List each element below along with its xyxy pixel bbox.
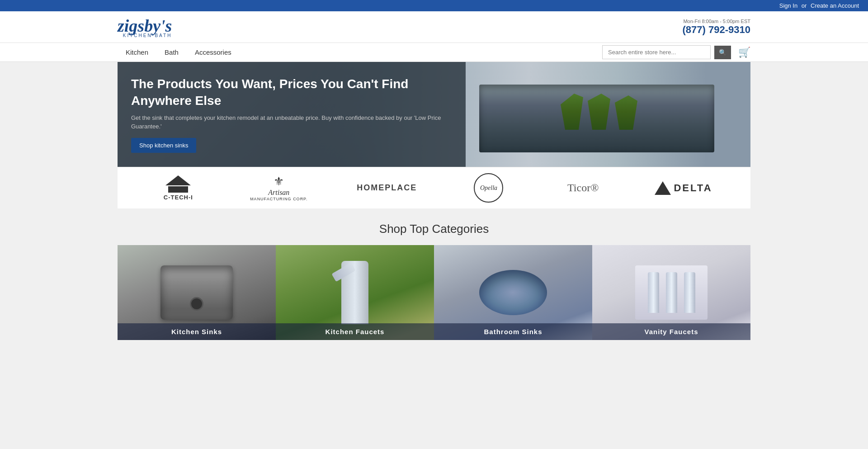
- main-nav: Kitchen Bath Accessories 🔍 🛒: [0, 43, 868, 62]
- category-grid: Kitchen Sinks Kitchen Faucets Bathroom S…: [118, 245, 750, 340]
- header: zigsby's KITCHEN·BATH Mon-Fri 8:00am - 5…: [0, 11, 868, 43]
- nav-links: Kitchen Bath Accessories: [118, 43, 240, 61]
- brand-ctechi-name: C-TECH-I: [164, 194, 193, 201]
- brand-homeplace-name: HOMEPLACE: [357, 183, 417, 193]
- kitchen-faucets-label: Kitchen Faucets: [276, 323, 434, 340]
- faucet-head-visual: [331, 263, 355, 282]
- vanity-faucet-right: [684, 272, 695, 313]
- sink-drain-visual: [190, 297, 203, 311]
- logo-sub-text: KITCHEN·BATH: [118, 33, 172, 38]
- hero-asparagus: [556, 94, 646, 130]
- top-bar: Sign In or Create an Account: [0, 0, 868, 11]
- vanity-faucets-label: Vanity Faucets: [592, 323, 750, 340]
- categories-section-title: Shop Top Categories: [118, 208, 750, 245]
- brands-bar: C-TECH-I ⚜ Artisan MANUFACTURING CORP. H…: [118, 167, 750, 208]
- category-kitchen-sinks[interactable]: Kitchen Sinks: [118, 245, 276, 340]
- phone-number: (877) 792-9310: [683, 24, 750, 36]
- delta-triangle-icon: [655, 181, 671, 195]
- brand-opella[interactable]: Opella: [466, 175, 511, 200]
- bath-sink-visual: [479, 270, 547, 315]
- artisan-fleur-icon: ⚜: [250, 175, 307, 189]
- search-input[interactable]: [602, 45, 711, 59]
- search-icon: 🔍: [719, 49, 726, 56]
- business-hours: Mon-Fri 8:00am - 5:00pm EST: [683, 19, 750, 24]
- faucet-visual: [341, 261, 368, 324]
- header-contact: Mon-Fri 8:00am - 5:00pm EST (877) 792-93…: [683, 19, 750, 36]
- search-area: 🔍 🛒: [602, 45, 750, 59]
- brand-opella-circle: Opella: [474, 173, 503, 203]
- brand-opella-name: Opella: [480, 184, 497, 192]
- brand-ticor-name: Ticor®: [567, 182, 599, 194]
- hero-sink-image: [479, 85, 714, 152]
- brand-homeplace[interactable]: HOMEPLACE: [357, 175, 417, 200]
- vanity-visual: [635, 265, 708, 320]
- category-vanity-faucets[interactable]: Vanity Faucets: [592, 245, 750, 340]
- brand-artisan-sub: MANUFACTURING CORP.: [250, 197, 307, 201]
- signin-link[interactable]: Sign In: [779, 2, 797, 9]
- brand-ticor[interactable]: Ticor®: [561, 175, 606, 200]
- vanity-faucet-left: [648, 272, 659, 313]
- main-content: Shop Top Categories Kitchen Sinks Kitche…: [0, 208, 868, 340]
- or-separator: or: [802, 2, 807, 9]
- kitchen-sinks-label: Kitchen Sinks: [118, 323, 276, 340]
- brand-artisan-name: Artisan: [268, 189, 289, 196]
- nav-item-accessories[interactable]: Accessories: [187, 43, 240, 61]
- brand-artisan[interactable]: ⚜ Artisan MANUFACTURING CORP.: [250, 175, 307, 200]
- bathroom-sinks-label: Bathroom Sinks: [434, 323, 592, 340]
- logo-main-text: zigsby's: [118, 16, 172, 35]
- nav-item-bath[interactable]: Bath: [156, 43, 187, 61]
- sink-visual: [160, 265, 233, 320]
- hero-cta-button[interactable]: Shop kitchen sinks: [131, 138, 196, 153]
- brand-ctechi[interactable]: C-TECH-I: [156, 175, 201, 200]
- nav-item-kitchen[interactable]: Kitchen: [118, 43, 156, 61]
- category-kitchen-faucets[interactable]: Kitchen Faucets: [276, 245, 434, 340]
- logo[interactable]: zigsby's KITCHEN·BATH: [118, 16, 172, 38]
- hero-title: The Products You Want, Prices You Can't …: [131, 76, 452, 109]
- hero-content-overlay: The Products You Want, Prices You Can't …: [118, 62, 466, 167]
- hero-banner: The Products You Want, Prices You Can't …: [118, 62, 750, 167]
- hero-description: Get the sink that completes your kitchen…: [131, 113, 452, 131]
- cart-icon[interactable]: 🛒: [738, 47, 750, 58]
- brand-delta[interactable]: DELTA: [655, 175, 712, 200]
- create-account-link[interactable]: Create an Account: [811, 2, 859, 9]
- brand-delta-name: DELTA: [674, 182, 712, 194]
- search-button[interactable]: 🔍: [714, 46, 731, 59]
- category-bathroom-sinks[interactable]: Bathroom Sinks: [434, 245, 592, 340]
- vanity-faucet-center: [666, 272, 677, 313]
